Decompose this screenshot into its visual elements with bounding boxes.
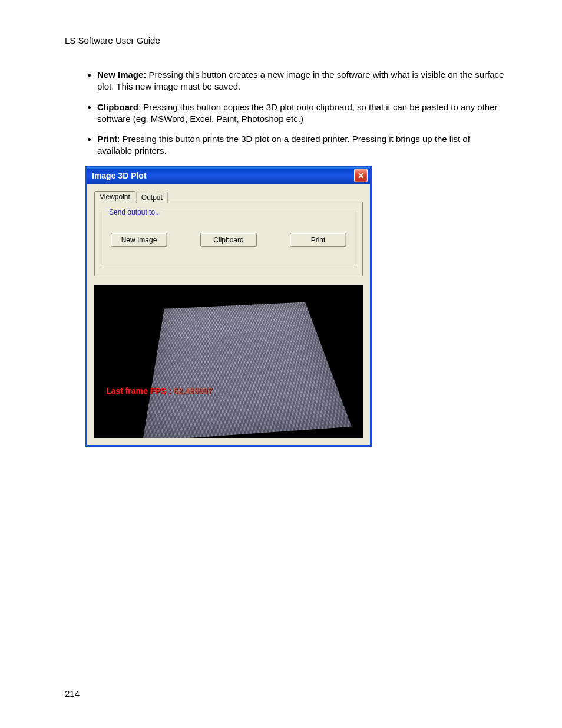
groupbox-send-output: Send output to... New Image Clipboard Pr… bbox=[101, 208, 356, 265]
dialog-window: Image 3D Plot ✕ Viewpoint Output Send ou… bbox=[85, 166, 372, 447]
tab-viewpoint[interactable]: Viewpoint bbox=[94, 191, 135, 202]
new-image-button[interactable]: New Image bbox=[111, 233, 167, 247]
fps-value: 62.499997 bbox=[173, 386, 212, 396]
bullet-text: Pressing this button creates a new image… bbox=[97, 70, 504, 91]
bullet-term: Clipboard bbox=[97, 102, 138, 112]
bullet-text: : Pressing this button copies the 3D plo… bbox=[97, 102, 498, 124]
fps-overlay: Last frame FPS : 62.499997 bbox=[106, 386, 213, 396]
bullet-item: Clipboard: Pressing this button copies t… bbox=[97, 101, 506, 126]
bullet-item: Print: Pressing this button prints the 3… bbox=[97, 133, 506, 157]
title-bar[interactable]: Image 3D Plot ✕ bbox=[87, 167, 370, 184]
clipboard-button[interactable]: Clipboard bbox=[200, 233, 257, 247]
bullet-list: New Image: Pressing this button creates … bbox=[65, 69, 506, 157]
bullet-item: New Image: Pressing this button creates … bbox=[97, 69, 506, 93]
tab-output[interactable]: Output bbox=[136, 192, 168, 203]
print-button[interactable]: Print bbox=[290, 233, 346, 247]
document-header: LS Software User Guide bbox=[65, 35, 506, 45]
bullet-term: Print bbox=[97, 134, 117, 144]
fps-label: Last frame FPS : bbox=[106, 386, 171, 396]
tab-strip: Viewpoint Output bbox=[94, 191, 363, 202]
groupbox-legend: Send output to... bbox=[107, 208, 163, 216]
page-number: 214 bbox=[65, 689, 80, 699]
surface-plot bbox=[143, 302, 352, 438]
close-icon[interactable]: ✕ bbox=[354, 169, 368, 182]
plot-3d-viewport[interactable]: Last frame FPS : 62.499997 bbox=[94, 285, 363, 438]
tab-panel-output: Send output to... New Image Clipboard Pr… bbox=[94, 202, 363, 276]
window-title: Image 3D Plot bbox=[92, 171, 147, 180]
bullet-text: : Pressing this button prints the 3D plo… bbox=[97, 134, 470, 156]
bullet-term: New Image: bbox=[97, 70, 146, 80]
